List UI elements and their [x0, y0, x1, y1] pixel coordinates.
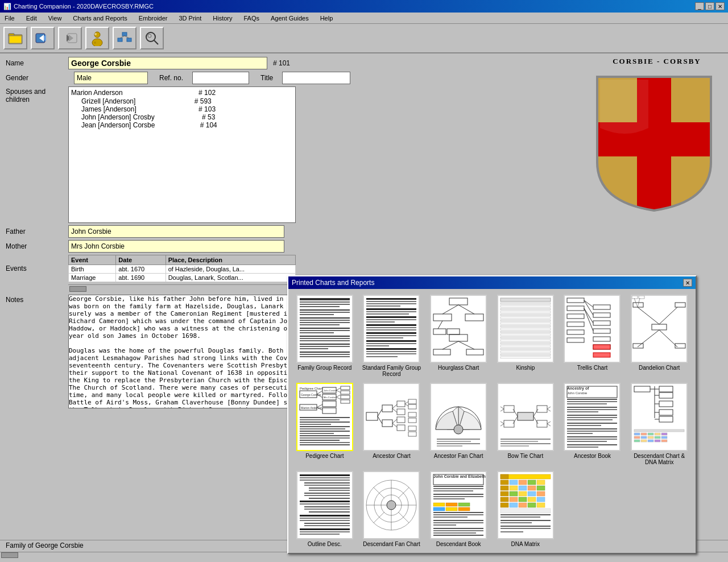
chart-label-dna-matrix: DNA Matrix — [511, 541, 540, 547]
svg-rect-289 — [304, 495, 350, 496]
svg-rect-330 — [446, 507, 457, 511]
svg-rect-274 — [661, 436, 667, 439]
svg-rect-332 — [433, 512, 483, 513]
svg-rect-103 — [500, 348, 551, 350]
svg-rect-31 — [300, 317, 350, 319]
chart-thumb-descendant-book: John Corsbie and Elizabeth Sellers — [430, 471, 487, 539]
chart-kinship[interactable]: Kinship — [495, 295, 556, 377]
svg-rect-70 — [366, 356, 398, 357]
chart-label-ancestor-book: Ancestor Book — [574, 453, 611, 459]
chart-thumb-ancestor — [363, 383, 420, 451]
svg-rect-243 — [567, 431, 617, 432]
svg-rect-347 — [519, 480, 527, 485]
svg-rect-340 — [433, 532, 476, 534]
svg-point-10 — [92, 39, 102, 46]
popup-window: Printed Charts and Reports ✕ — [287, 275, 697, 554]
menu-file[interactable]: File — [2, 14, 17, 22]
chart-dandelion[interactable]: Dandelion Chart — [628, 295, 690, 377]
menu-help[interactable]: Help — [318, 14, 336, 22]
svg-rect-242 — [567, 428, 617, 429]
svg-rect-264 — [634, 429, 684, 432]
chart-dna-matrix[interactable]: DNA Matrix — [495, 471, 556, 547]
close-window-button[interactable]: ✕ — [715, 2, 725, 10]
svg-rect-294 — [304, 509, 350, 510]
svg-rect-298 — [300, 520, 350, 521]
menu-edit[interactable]: Edit — [24, 14, 39, 22]
svg-rect-282 — [300, 477, 350, 478]
chart-hourglass[interactable]: Hourglass Chart — [428, 295, 489, 377]
svg-rect-94 — [500, 323, 551, 324]
svg-rect-267 — [648, 433, 653, 435]
svg-rect-104 — [500, 351, 551, 353]
svg-rect-237 — [567, 415, 617, 416]
open-folder-button[interactable] — [3, 27, 27, 49]
menu-view[interactable]: View — [46, 14, 64, 22]
chart-pedigree[interactable]: Pedigree Chart George Corsbie John Corsb… — [294, 383, 355, 465]
svg-rect-377 — [500, 531, 523, 532]
menu-embroider[interactable]: Embroider — [136, 14, 170, 22]
svg-rect-49 — [366, 301, 416, 302]
svg-rect-102 — [500, 345, 551, 347]
chart-ancestor-book[interactable]: Ancestry of John Corsbie — [562, 383, 623, 465]
svg-rect-374 — [500, 522, 532, 523]
svg-rect-324 — [433, 496, 483, 497]
svg-text:John Corsbie: John Corsbie — [324, 389, 337, 392]
svg-rect-99 — [500, 337, 551, 338]
svg-rect-281 — [300, 474, 350, 476]
menu-agent-guides[interactable]: Agent Guides — [268, 14, 311, 22]
svg-rect-48 — [366, 298, 416, 300]
svg-rect-373 — [500, 520, 551, 521]
svg-rect-349 — [537, 480, 545, 485]
chart-descendant-book[interactable]: John Corsbie and Elizabeth Sellers — [428, 471, 489, 547]
chart-ancestor[interactable]: Ancestor Chart — [361, 383, 423, 465]
svg-rect-371 — [500, 514, 551, 515]
chart-ancestor-fan[interactable]: Ancestor Fan Chart — [428, 383, 489, 465]
svg-rect-56 — [366, 319, 416, 320]
svg-rect-303 — [300, 534, 340, 535]
maximize-button[interactable]: □ — [705, 2, 714, 10]
menu-faqs[interactable]: FAQs — [241, 14, 262, 22]
chart-thumb-ancestor-book: Ancestry of John Corsbie — [564, 383, 621, 451]
chart-outline-desc[interactable]: Outline Desc. — [294, 471, 355, 547]
search-button[interactable] — [140, 27, 164, 49]
chart-label-ancestor: Ancestor Chart — [373, 453, 411, 459]
svg-rect-25 — [300, 301, 350, 303]
svg-rect-91 — [500, 314, 551, 316]
svg-rect-361 — [510, 497, 518, 502]
chart-button[interactable] — [113, 27, 136, 49]
chart-trellis[interactable]: Trellis Chart — [562, 295, 623, 377]
chart-label-dandelion: Dandelion Chart — [639, 365, 680, 371]
svg-rect-239 — [567, 419, 613, 420]
menu-charts[interactable]: Charts and Reports — [71, 14, 129, 22]
svg-rect-40 — [300, 340, 350, 341]
chart-family-group-record[interactable]: Family Group Record — [294, 295, 355, 377]
popup-close-button[interactable]: ✕ — [683, 279, 692, 287]
chart-bowtie[interactable]: Bow Tie Chart — [495, 383, 556, 465]
svg-rect-125 — [593, 345, 610, 349]
svg-rect-268 — [655, 433, 660, 435]
popup-titlebar: Printed Charts and Reports ✕ — [288, 276, 696, 289]
back-button[interactable] — [31, 27, 55, 49]
chart-descendant-dna[interactable]: Descendant Chart & DNA Matrix — [628, 383, 690, 465]
svg-rect-62 — [366, 335, 416, 336]
svg-rect-225 — [500, 443, 551, 444]
svg-rect-301 — [300, 528, 350, 530]
person-button[interactable] — [85, 27, 109, 49]
svg-rect-339 — [433, 530, 483, 531]
svg-rect-201 — [437, 439, 480, 440]
popup-content: Family Group Record — [288, 289, 696, 553]
menu-3dprint[interactable]: 3D Print — [177, 14, 204, 22]
forward-button[interactable] — [58, 27, 82, 49]
svg-rect-364 — [537, 497, 545, 502]
svg-rect-64 — [366, 340, 416, 342]
chart-label-family-group-record: Family Group Record — [297, 365, 351, 371]
svg-text:Pedigree Chart: Pedigree Chart — [300, 387, 323, 390]
menu-history[interactable]: History — [210, 14, 234, 22]
minimize-button[interactable]: _ — [695, 2, 704, 10]
svg-rect-98 — [500, 334, 551, 336]
svg-rect-238 — [567, 417, 617, 418]
svg-rect-13 — [122, 32, 127, 36]
svg-rect-53 — [366, 311, 416, 312]
chart-descendant-fan[interactable]: Descendant Fan Chart — [361, 471, 423, 547]
chart-standard-family-group[interactable]: Standard Family Group Record — [361, 295, 423, 377]
